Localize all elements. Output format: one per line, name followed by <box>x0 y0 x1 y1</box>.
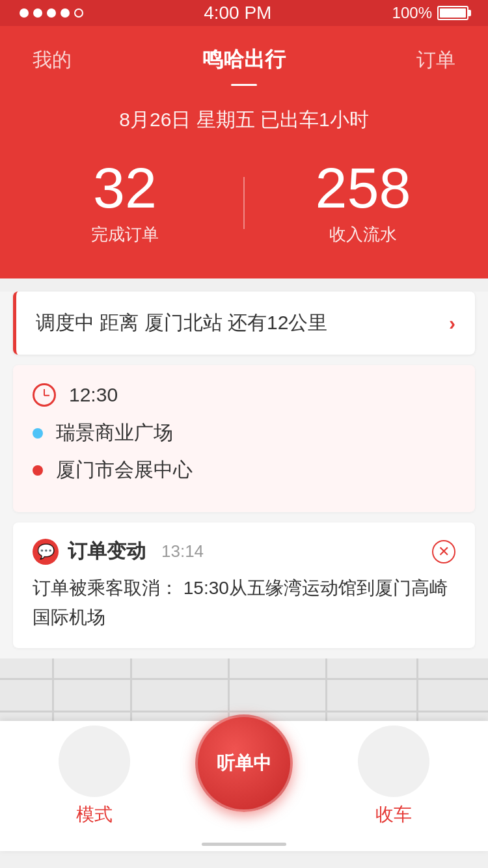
revenue-number: 258 <box>258 159 468 217</box>
mode-button-circle <box>59 726 130 797</box>
stats-divider <box>243 177 245 229</box>
revenue-label: 收入流水 <box>258 223 468 246</box>
battery-percent: 100% <box>392 4 432 22</box>
battery-indicator: 100% <box>392 4 468 22</box>
signal-indicator <box>20 8 83 18</box>
signal-dot-4 <box>61 8 70 18</box>
listening-button-circle: 听单中 <box>195 714 293 812</box>
completed-orders-number: 32 <box>20 159 230 217</box>
stop-button-circle <box>358 726 429 797</box>
mode-button-label: 模式 <box>76 802 113 827</box>
trip-destination: 厦门市会展中心 <box>56 457 193 483</box>
map-road <box>0 678 488 680</box>
notification-card: 💬 订单变动 13:14 ✕ 订单被乘客取消： 15:30从五缘湾运动馆到厦门高… <box>13 522 475 648</box>
notification-title-row: 💬 订单变动 13:14 <box>33 538 204 565</box>
nav-tab-mine[interactable]: 我的 <box>20 40 85 80</box>
stop-button-label: 收车 <box>375 802 412 827</box>
header: 我的 鸣哈出行 订单 8月26日 星期五 已出车1小时 32 完成订单 258 … <box>0 26 488 278</box>
revenue-block: 258 收入流水 <box>258 159 468 246</box>
status-bar: 4:00 PM 100% <box>0 0 488 26</box>
map-road <box>0 711 488 712</box>
status-time: 4:00 PM <box>204 3 271 23</box>
dispatch-card[interactable]: 调度中 距离 厦门北站 还有12公里 › <box>13 292 475 355</box>
signal-dot-1 <box>20 8 29 18</box>
signal-dot-2 <box>33 8 42 18</box>
battery-icon <box>437 6 468 20</box>
message-icon: 💬 <box>33 539 59 565</box>
notification-title: 订单变动 <box>68 538 146 565</box>
trip-time: 12:30 <box>69 384 118 406</box>
chevron-right-icon[interactable]: › <box>449 312 455 334</box>
trip-card: 12:30 瑞景商业广场 厦门市会展中心 <box>13 365 475 512</box>
trip-origin-row: 瑞景商业广场 <box>33 420 455 446</box>
stats-row: 32 完成订单 258 收入流水 <box>20 159 468 246</box>
bottom-bar: 模式 听单中 收车 <box>0 721 488 851</box>
notification-time: 13:14 <box>161 541 204 562</box>
date-info: 8月26日 星期五 已出车1小时 <box>20 107 468 133</box>
home-indicator <box>202 843 286 846</box>
destination-dot-icon <box>33 465 43 476</box>
origin-dot-icon <box>33 428 43 439</box>
trip-destination-row: 厦门市会展中心 <box>33 457 455 483</box>
notification-body: 订单被乘客取消： 15:30从五缘湾运动馆到厦门高崎国际机场 <box>33 574 455 632</box>
completed-orders-label: 完成订单 <box>20 223 230 246</box>
nav-tab-orders[interactable]: 订单 <box>403 40 468 80</box>
clock-icon <box>33 383 56 407</box>
notification-close-button[interactable]: ✕ <box>432 540 455 563</box>
listening-button-text: 听单中 <box>217 751 271 776</box>
completed-orders-block: 32 完成订单 <box>20 159 230 246</box>
battery-fill <box>440 8 466 18</box>
signal-dot-3 <box>47 8 56 18</box>
signal-dot-5 <box>74 8 83 18</box>
main-content: 调度中 距离 厦门北站 还有12公里 › 12:30 瑞景商业广场 厦门市会展中… <box>0 292 488 851</box>
nav-tabs: 我的 鸣哈出行 订单 <box>20 26 468 87</box>
trip-origin: 瑞景商业广场 <box>56 420 173 446</box>
dispatch-text: 调度中 距离 厦门北站 还有12公里 <box>36 310 327 336</box>
listening-button[interactable]: 听单中 <box>195 714 293 812</box>
notification-header: 💬 订单变动 13:14 ✕ <box>33 538 455 565</box>
nav-tab-home[interactable]: 鸣哈出行 <box>189 39 299 81</box>
trip-time-row: 12:30 <box>33 383 455 407</box>
stop-button[interactable]: 收车 <box>358 726 429 827</box>
mode-button[interactable]: 模式 <box>59 726 130 827</box>
